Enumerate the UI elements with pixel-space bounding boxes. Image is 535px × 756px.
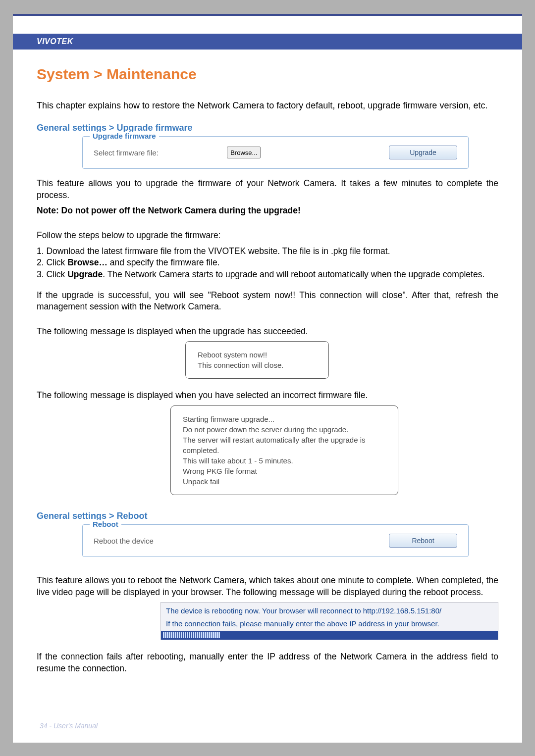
upgrade-button[interactable]: Upgrade: [389, 146, 457, 159]
reboot-success-line2: This connection will close.: [198, 360, 317, 370]
reboot-device-label: Reboot the device: [94, 537, 154, 545]
browse-button[interactable]: Browse...: [227, 147, 261, 158]
upgrade-desc: This feature allows you to upgrade the f…: [37, 178, 498, 201]
reboot-button[interactable]: Reboot: [389, 534, 457, 548]
upgrade-step-2: 2. Click Browse… and specify the firmwar…: [37, 257, 498, 269]
upgrade-success-text: If the upgrade is successful, you will s…: [37, 290, 498, 313]
page-footer: 34 - User's Manual: [40, 722, 98, 730]
upgrade-steps: 1. Download the latest firmware file fro…: [37, 246, 498, 281]
upgrade-step-3: 3. Click Upgrade. The Network Camera sta…: [37, 269, 498, 281]
brand-header: VIVOTEK: [37, 37, 73, 46]
reboot-fieldset: Reboot Reboot the device Reboot: [82, 524, 469, 557]
browse-button-label: Browse...: [230, 149, 257, 156]
select-firmware-label: Select firmware file:: [94, 149, 159, 157]
upgrade-firmware-legend: Upgrade firmware: [90, 132, 159, 140]
page-title: System > Maintenance: [37, 66, 498, 83]
intro-text: This chapter explains how to restore the…: [37, 100, 498, 112]
reboot-progress-bar: [161, 631, 498, 640]
reboot-message-box: The device is rebooting now. Your browse…: [160, 602, 498, 640]
upgrade-fail-intro: The following message is displayed when …: [37, 390, 498, 402]
reboot-msg-line1: The device is rebooting now. Your browse…: [166, 605, 493, 617]
reboot-success-line1: Reboot system now!!: [198, 350, 317, 360]
upgrade-follow: Follow the steps below to upgrade the fi…: [37, 230, 498, 242]
upgrade-firmware-fieldset: Upgrade firmware Select firmware file: B…: [82, 136, 469, 169]
reboot-desc-2: If the connection fails after rebooting,…: [37, 651, 498, 674]
reboot-msg-line2: If the connection fails, please manually…: [166, 617, 493, 630]
reboot-legend: Reboot: [90, 520, 121, 528]
upgrade-succeed-intro: The following message is displayed when …: [37, 326, 498, 338]
reboot-success-message-box: Reboot system now!! This connection will…: [185, 341, 329, 379]
upgrade-step-1: 1. Download the latest firmware file fro…: [37, 246, 498, 257]
upgrade-note: Note: Do not power off the Network Camer…: [37, 205, 301, 215]
upgrade-fail-message-box: Starting firmware upgrade... Do not powe…: [170, 405, 398, 495]
reboot-desc: This feature allows you to reboot the Ne…: [37, 575, 498, 598]
